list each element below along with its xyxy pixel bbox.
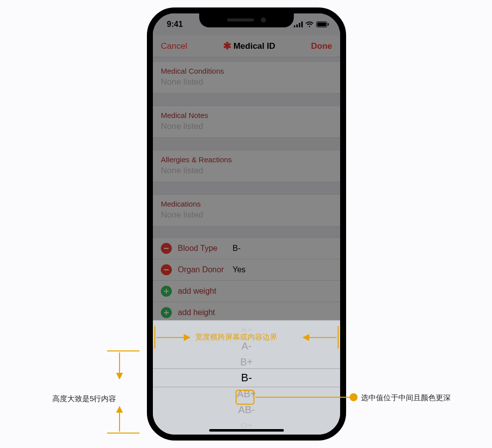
wifi-icon [305,21,314,27]
annotation-height-label: 高度大致是5行内容 [52,394,116,404]
row-add-weight[interactable]: add weight [153,281,340,302]
svg-rect-5 [317,22,326,26]
add-icon[interactable] [161,307,172,318]
row-add-height[interactable]: add height [153,302,340,320]
row-value: Yes [233,265,246,274]
status-time: 9:41 [167,20,183,29]
svg-rect-3 [301,21,303,27]
home-indicator[interactable] [209,429,284,432]
annotation-width-label: 宽度横跨屏幕或内容边界 [195,333,277,342]
picker-item[interactable]: AB- [173,402,320,418]
svg-rect-2 [299,23,300,27]
cancel-button[interactable]: Cancel [161,41,187,51]
svg-rect-10 [164,291,169,292]
svg-point-21 [350,394,357,401]
row-label: add weight [178,287,216,296]
section-label: Medical Notes [161,111,332,119]
section-allergies[interactable]: Allergies & Reactions None listed [153,150,340,182]
section-label: Medications [161,200,332,208]
svg-rect-12 [164,312,169,313]
form-content[interactable]: Medical Conditions None listed Medical N… [153,57,340,320]
battery-icon [316,21,329,27]
row-label: Organ Donor [178,265,233,274]
star-of-life-icon: ✱ [223,42,232,50]
nav-bar: Cancel ✱ Medical ID Done [153,35,340,57]
phone-notch [199,12,294,27]
svg-rect-7 [164,248,169,249]
section-label: Medical Conditions [161,67,332,75]
section-value: None listed [161,210,332,220]
annotation-selected-label: 选中值位于中间且颜色更深 [361,393,451,403]
row-blood-type[interactable]: Blood Type B- [153,237,340,259]
page-title: ✱ Medical ID [223,41,275,51]
row-label: add height [178,308,215,317]
svg-rect-0 [294,25,295,27]
row-group: Blood Type B- Organ Donor Yes add weight [153,237,340,320]
svg-rect-8 [164,269,169,270]
iphone-frame: 9:41 Cancel ✱ Medical ID Done [147,7,346,441]
section-label: Allergies & Reactions [161,155,332,164]
svg-rect-1 [296,24,298,27]
section-value: None listed [161,166,332,176]
row-value: B- [233,244,241,253]
section-value: None listed [161,121,332,131]
section-medical-notes[interactable]: Medical Notes None listed [153,106,340,138]
picker-item[interactable]: B+ [173,354,320,370]
screen: 9:41 Cancel ✱ Medical ID Done [153,13,340,435]
remove-icon[interactable] [161,243,172,254]
add-icon[interactable] [161,286,172,297]
row-label: Blood Type [178,244,233,253]
signal-icon [294,21,303,27]
done-button[interactable]: Done [311,41,332,51]
picker-item-selected[interactable]: B- [173,370,320,386]
section-value: None listed [161,77,332,87]
picker-item[interactable]: AB+ [173,386,320,402]
remove-icon[interactable] [161,264,172,275]
section-medications[interactable]: Medications None listed [153,194,340,226]
page-title-text: Medical ID [234,41,275,51]
row-organ-donor[interactable]: Organ Donor Yes [153,259,340,281]
svg-rect-6 [328,23,329,26]
section-medical-conditions[interactable]: Medical Conditions None listed [153,61,340,94]
